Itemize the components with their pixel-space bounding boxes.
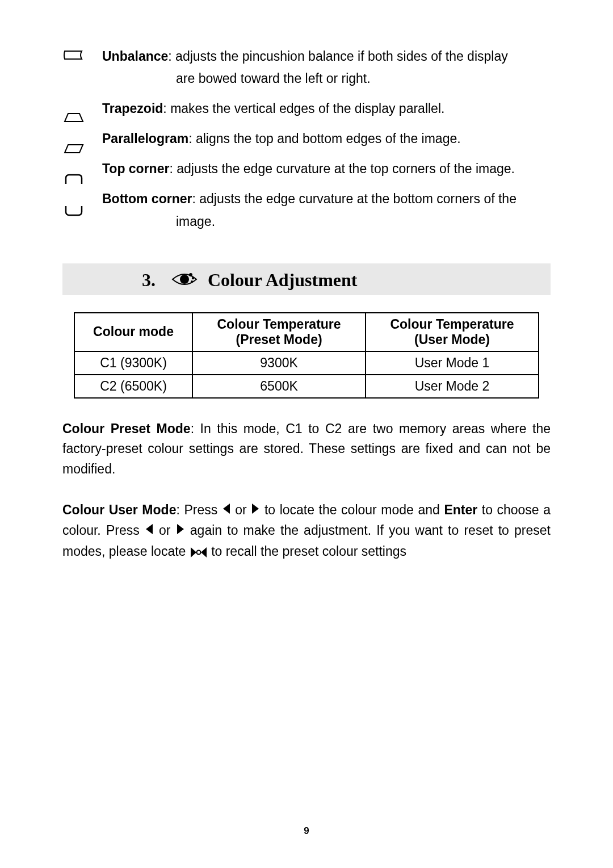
desc-trapezoid: : makes the vertical edges of the displa…	[163, 101, 444, 116]
left-arrow-icon	[145, 521, 154, 542]
cell-mode-0: C1 (9300K)	[74, 351, 192, 375]
colour-user-mode-para: Colour User Mode: Press or to locate the…	[62, 500, 551, 562]
def-parallelogram: Parallelogram: aligns the top and bottom…	[102, 128, 551, 150]
seg1: : Press	[176, 502, 221, 517]
left-arrow-icon	[222, 501, 231, 521]
bottom-corner-icon	[62, 204, 85, 235]
right-arrow-icon	[251, 501, 260, 521]
th-mode: Colour mode	[74, 313, 192, 351]
lead-user: Colour User Mode	[62, 502, 176, 517]
th-preset-l1: Colour Temperature	[217, 317, 341, 332]
right-arrow-icon	[176, 521, 185, 542]
th-user: Colour Temperature (User Mode)	[366, 313, 539, 351]
term-trapezoid: Trapezoid	[102, 101, 163, 116]
cell-preset-1: 6500K	[192, 375, 366, 398]
or2: or	[154, 523, 176, 538]
term-parallelogram: Parallelogram	[102, 131, 188, 146]
seg5: to recall the preset colour settings	[208, 544, 406, 559]
th-user-l1: Colour Temperature	[390, 317, 514, 332]
term-unbalance: Unbalance	[102, 49, 168, 64]
or1: or	[231, 502, 251, 517]
seg2: to locate the colour mode and	[260, 502, 444, 517]
svg-point-0	[180, 275, 189, 284]
desc-bottom-corner: : adjusts the edge curvature at the bott…	[192, 191, 517, 206]
cont-bottom-corner: image.	[176, 211, 551, 233]
svg-point-3	[191, 280, 193, 283]
lead-preset: Colour Preset Mode	[62, 421, 191, 436]
def-unbalance: Unbalance: adjusts the pincushion balanc…	[102, 45, 551, 90]
th-user-l2: (User Mode)	[414, 332, 490, 347]
term-top-corner: Top corner	[102, 161, 169, 176]
th-preset-l2: (Preset Mode)	[236, 332, 322, 347]
page-number: 9	[0, 825, 613, 837]
parallelogram-icon	[62, 141, 85, 173]
svg-point-2	[192, 276, 194, 279]
section-number: 3.	[142, 270, 156, 291]
trapezoid-icon	[62, 110, 85, 141]
def-trapezoid: Trapezoid: makes the vertical edges of t…	[102, 98, 551, 120]
top-corner-icon	[62, 173, 85, 204]
cont-unbalance: are bowed toward the left or right.	[176, 68, 551, 90]
term-bottom-corner: Bottom corner	[102, 191, 192, 206]
table-row: C1 (9300K) 9300K User Mode 1	[74, 351, 539, 375]
def-bottom-corner: Bottom corner: adjusts the edge curvatur…	[102, 188, 551, 232]
desc-parallelogram: : aligns the top and bottom edges of the…	[188, 131, 461, 146]
svg-point-4	[196, 550, 200, 554]
desc-unbalance: : adjusts the pincushion balance if both…	[168, 49, 507, 64]
cell-user-1: User Mode 2	[366, 375, 539, 398]
th-preset: Colour Temperature (Preset Mode)	[192, 313, 366, 351]
table-row: C2 (6500K) 6500K User Mode 2	[74, 375, 539, 398]
section-title: Colour Adjustment	[208, 270, 357, 291]
unbalance-icon	[62, 48, 85, 79]
cell-user-0: User Mode 1	[366, 351, 539, 375]
recall-icon	[190, 544, 208, 559]
section-header: 3. Colour Adjustment	[62, 263, 551, 295]
colour-table: Colour mode Colour Temperature (Preset M…	[74, 312, 539, 399]
svg-point-1	[189, 273, 192, 276]
colour-preset-mode-para: Colour Preset Mode: In this mode, C1 to …	[62, 419, 551, 480]
enter-label: Enter	[444, 502, 477, 517]
cell-mode-1: C2 (6500K)	[74, 375, 192, 398]
def-top-corner: Top corner: adjusts the edge curvature a…	[102, 158, 551, 180]
cell-preset-0: 9300K	[192, 351, 366, 375]
desc-top-corner: : adjusts the edge curvature at the top …	[169, 161, 515, 176]
colour-adjustment-icon	[170, 268, 199, 293]
